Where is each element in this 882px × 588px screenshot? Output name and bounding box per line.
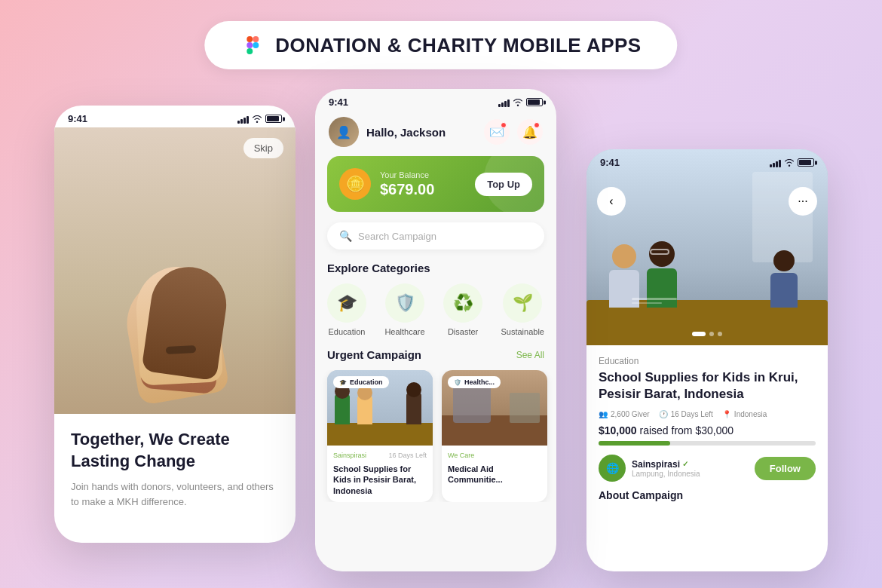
campaign-tag-2: 🛡️ Healthc... [448,376,501,388]
bell-badge [534,122,540,128]
phone-center: 9:41 👤 Hallo, Jackson ✉️ [315,89,556,571]
verified-icon: ✓ [682,460,688,468]
battery-icon [265,115,282,123]
location-text: Indonesia [734,410,767,418]
urgent-title: Urgent Campaign [327,348,421,361]
search-icon: 🔍 [339,230,352,242]
campaign-card-1[interactable]: 🎓 Education Sainspirasi 16 Days Left Sch… [327,370,433,502]
clock-icon: 🕐 [659,410,668,418]
avatar: 👤 [329,117,359,147]
givers-icon: 👥 [599,410,608,418]
header-actions: ✉️ 🔔 [484,119,543,145]
svg-rect-0 [247,36,253,42]
progress-bar-background [599,441,816,446]
org-name: Sainspirasi ✓ [632,459,700,470]
sustainable-label: Sustainable [501,327,544,336]
figma-icon [240,33,265,57]
classroom-bg [586,149,828,345]
education-icon: 🎓 [327,283,366,323]
hero-image-left: Skip [54,127,296,414]
status-icons-center [498,98,543,107]
status-bar-right: 9:41 [586,149,828,171]
status-icons-left [237,115,282,124]
header-banner: DONATION & CHARITY MOBILE APPS [204,21,677,69]
svg-rect-2 [247,42,253,48]
campaign-org-row-2: We Care [448,452,541,461]
healthcare-icon: 🛡️ [385,283,424,323]
back-button[interactable]: ‹ [597,187,626,216]
urgent-header: Urgent Campaign See All [315,348,556,361]
phone-left: 9:41 [54,106,296,543]
about-label: About Campaign [599,489,816,501]
battery-icon-right [798,158,814,167]
left-phone-content: Together, We Create Lasting Change Join … [54,414,296,524]
categories-row: 🎓 Education 🛡️ Healthcare ♻️ Disaster 🌱 … [315,283,556,336]
phone-right: 9:41 [586,149,828,571]
category-education[interactable]: 🎓 Education [327,283,366,336]
campaign-cards: 🎓 Education Sainspirasi 16 Days Left Sch… [315,370,556,502]
givers-count: 2,600 Giver [611,410,650,418]
image-dots [692,332,722,336]
wifi-icon [252,115,262,123]
topup-button[interactable]: Top Up [475,173,532,196]
raised-from: raised from $30,000 [640,424,734,436]
left-hero-title: Together, We Create Lasting Change [71,429,279,472]
greeting-text: Hallo, Jackson [366,126,446,139]
campaign-title-1: School Supplies for Kids in Pesisir Bara… [333,464,427,496]
search-placeholder: Search Campaign [358,231,436,242]
search-bar[interactable]: 🔍 Search Campaign [327,222,544,250]
raised-amount: $10,000 [599,424,637,436]
days-count: 16 Days Left [671,410,713,418]
right-category-label: Education [599,356,816,366]
right-navigation: ‹ ··· [586,187,828,216]
see-all-button[interactable]: See All [516,350,544,360]
campaign-title-2: Medical Aid Communitie... [448,464,541,485]
balance-info: Your Balance $679.00 [380,170,434,198]
org-location: Lampung, Indonesia [632,470,700,478]
category-disaster[interactable]: ♻️ Disaster [443,283,482,336]
status-bar-center: 9:41 [315,89,556,111]
campaign-image-2: 🛡️ Healthc... [442,370,547,446]
campaign-org-2: We Care [448,452,474,459]
balance-label: Your Balance [380,170,434,179]
coin-icon: 🪙 [339,168,371,200]
dot-3 [718,332,722,336]
campaign-tag-1: 🎓 Education [333,376,389,388]
time-right: 9:41 [600,157,620,168]
page-title: DONATION & CHARITY MOBILE APPS [275,34,641,57]
more-button[interactable]: ··· [789,187,817,216]
campaign-org-row-1: Sainspirasi 16 Days Left [333,452,427,461]
dot-1 [692,332,706,336]
raised-text: $10,000 raised from $30,000 [599,424,816,436]
category-sustainable[interactable]: 🌱 Sustainable [501,283,544,336]
campaign-card-2[interactable]: 🛡️ Healthc... We Care Medical Aid Commun… [442,370,547,502]
wifi-icon-right [784,159,795,167]
signal-icon-center [498,98,510,107]
category-healthcare[interactable]: 🛡️ Healthcare [384,283,424,336]
disaster-label: Disaster [448,327,478,336]
svg-rect-3 [247,48,253,54]
status-bar-left: 9:41 [54,106,296,127]
wifi-icon-center [513,99,523,106]
campaign-org-1: Sainspirasi [333,452,366,459]
skip-button[interactable]: Skip [243,138,283,158]
location-icon: 📍 [722,410,731,418]
dot-2 [709,332,714,336]
org-row: 🌐 Sainspirasi ✓ Lampung, Indonesia Follo… [599,455,816,482]
right-campaign-title: School Supplies for Kids in Krui, Pesisi… [599,369,816,403]
right-content: Education School Supplies for Kids in Kr… [586,345,828,512]
disaster-icon: ♻️ [443,283,482,323]
sustainable-icon: 🌱 [503,283,542,323]
balance-amount: $679.00 [380,181,434,198]
avatar-greeting: 👤 Hallo, Jackson [329,117,446,147]
follow-button[interactable]: Follow [755,457,816,480]
days-stat: 🕐 16 Days Left [659,410,713,418]
mail-button[interactable]: ✉️ [484,119,510,145]
bell-button[interactable]: 🔔 [517,119,543,145]
givers-stat: 👥 2,600 Giver [599,410,650,418]
signal-icon [237,115,249,124]
campaign-info-2: We Care Medical Aid Communitie... [442,446,547,492]
progress-bar-fill [599,441,670,446]
explore-title: Explore Categories [315,262,556,274]
center-header: 👤 Hallo, Jackson ✉️ 🔔 [315,111,556,156]
